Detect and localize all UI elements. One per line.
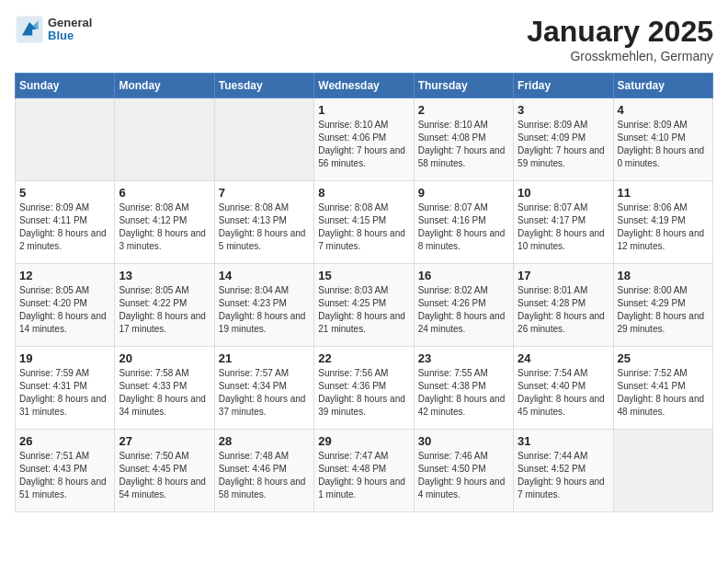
logo-blue: Blue [48,29,92,42]
day-number: 1 [318,103,409,117]
day-info: Sunrise: 8:01 AM Sunset: 4:28 PM Dayligh… [518,284,609,336]
day-info: Sunrise: 8:05 AM Sunset: 4:20 PM Dayligh… [19,284,110,336]
day-info: Sunrise: 8:09 AM Sunset: 4:09 PM Dayligh… [518,119,609,170]
calendar-cell: 30Sunrise: 7:46 AM Sunset: 4:50 PM Dayli… [414,430,513,512]
day-info: Sunrise: 8:07 AM Sunset: 4:17 PM Dayligh… [518,201,609,253]
calendar-cell [214,98,313,181]
calendar-title: January 2025 [527,15,713,49]
calendar-week-row: 12Sunrise: 8:05 AM Sunset: 4:20 PM Dayli… [16,264,713,347]
day-info: Sunrise: 8:07 AM Sunset: 4:16 PM Dayligh… [418,201,509,253]
day-number: 12 [19,269,110,282]
calendar-cell: 23Sunrise: 7:55 AM Sunset: 4:38 PM Dayli… [414,347,513,430]
day-info: Sunrise: 7:55 AM Sunset: 4:38 PM Dayligh… [418,367,509,419]
calendar-cell: 4Sunrise: 8:09 AM Sunset: 4:10 PM Daylig… [613,98,712,181]
day-number: 26 [19,434,110,448]
calendar-cell: 18Sunrise: 8:00 AM Sunset: 4:29 PM Dayli… [613,264,712,347]
day-number: 4 [618,103,709,117]
day-number: 14 [219,269,310,282]
calendar-cell [613,430,712,512]
day-number: 20 [119,351,210,365]
calendar-cell: 1Sunrise: 8:10 AM Sunset: 4:06 PM Daylig… [314,98,414,181]
page-header: General Blue January 2025 Grosskmehlen, … [15,15,713,63]
calendar-week-row: 5Sunrise: 8:09 AM Sunset: 4:11 PM Daylig… [16,181,713,264]
day-number: 16 [418,269,509,282]
calendar-cell [115,98,214,181]
calendar-cell: 27Sunrise: 7:50 AM Sunset: 4:45 PM Dayli… [115,430,214,512]
day-number: 21 [219,351,310,365]
calendar-cell: 3Sunrise: 8:09 AM Sunset: 4:09 PM Daylig… [514,98,613,181]
calendar-cell: 13Sunrise: 8:05 AM Sunset: 4:22 PM Dayli… [115,264,214,347]
day-info: Sunrise: 8:08 AM Sunset: 4:13 PM Dayligh… [219,201,310,253]
day-number: 5 [19,186,110,200]
calendar-cell: 7Sunrise: 8:08 AM Sunset: 4:13 PM Daylig… [214,181,313,264]
day-number: 2 [418,103,509,117]
calendar-cell: 28Sunrise: 7:48 AM Sunset: 4:46 PM Dayli… [214,430,313,512]
day-number: 6 [119,186,210,200]
calendar-cell: 2Sunrise: 8:10 AM Sunset: 4:08 PM Daylig… [414,98,513,181]
calendar-week-row: 1Sunrise: 8:10 AM Sunset: 4:06 PM Daylig… [16,98,713,181]
calendar-header-row: SundayMondayTuesdayWednesdayThursdayFrid… [16,74,713,98]
day-info: Sunrise: 7:59 AM Sunset: 4:31 PM Dayligh… [19,367,110,419]
day-number: 18 [618,269,709,282]
day-info: Sunrise: 8:03 AM Sunset: 4:25 PM Dayligh… [318,284,409,336]
day-number: 31 [518,434,609,448]
day-info: Sunrise: 8:10 AM Sunset: 4:06 PM Dayligh… [318,119,409,170]
logo: General Blue [15,15,92,44]
col-header-friday: Friday [514,74,613,98]
calendar-cell: 9Sunrise: 8:07 AM Sunset: 4:16 PM Daylig… [414,181,513,264]
day-number: 25 [618,351,709,365]
day-info: Sunrise: 8:09 AM Sunset: 4:10 PM Dayligh… [618,119,709,170]
calendar-subtitle: Grosskmehlen, Germany [527,49,713,63]
day-info: Sunrise: 7:54 AM Sunset: 4:40 PM Dayligh… [518,367,609,419]
calendar-cell: 31Sunrise: 7:44 AM Sunset: 4:52 PM Dayli… [514,430,613,512]
day-number: 29 [318,434,409,448]
day-number: 19 [19,351,110,365]
day-info: Sunrise: 8:08 AM Sunset: 4:15 PM Dayligh… [318,201,409,253]
calendar-table: SundayMondayTuesdayWednesdayThursdayFrid… [15,73,713,512]
day-info: Sunrise: 8:02 AM Sunset: 4:26 PM Dayligh… [418,284,509,336]
calendar-cell: 14Sunrise: 8:04 AM Sunset: 4:23 PM Dayli… [214,264,313,347]
col-header-thursday: Thursday [414,74,513,98]
day-number: 23 [418,351,509,365]
day-info: Sunrise: 8:09 AM Sunset: 4:11 PM Dayligh… [19,201,110,253]
calendar-cell: 10Sunrise: 8:07 AM Sunset: 4:17 PM Dayli… [514,181,613,264]
logo-text: General Blue [48,17,92,43]
calendar-cell: 17Sunrise: 8:01 AM Sunset: 4:28 PM Dayli… [514,264,613,347]
day-info: Sunrise: 7:56 AM Sunset: 4:36 PM Dayligh… [318,367,409,419]
day-info: Sunrise: 7:48 AM Sunset: 4:46 PM Dayligh… [219,450,310,501]
day-info: Sunrise: 7:58 AM Sunset: 4:33 PM Dayligh… [119,367,210,419]
calendar-cell: 8Sunrise: 8:08 AM Sunset: 4:15 PM Daylig… [314,181,414,264]
day-number: 13 [119,269,210,282]
day-number: 28 [219,434,310,448]
day-number: 22 [318,351,409,365]
day-number: 27 [119,434,210,448]
calendar-cell: 15Sunrise: 8:03 AM Sunset: 4:25 PM Dayli… [314,264,414,347]
calendar-cell [16,98,115,181]
day-number: 9 [418,186,509,200]
day-info: Sunrise: 8:08 AM Sunset: 4:12 PM Dayligh… [119,201,210,253]
day-number: 17 [518,269,609,282]
calendar-cell: 26Sunrise: 7:51 AM Sunset: 4:43 PM Dayli… [16,430,115,512]
day-info: Sunrise: 8:10 AM Sunset: 4:08 PM Dayligh… [418,119,509,170]
calendar-cell: 6Sunrise: 8:08 AM Sunset: 4:12 PM Daylig… [115,181,214,264]
day-info: Sunrise: 8:00 AM Sunset: 4:29 PM Dayligh… [618,284,709,336]
calendar-cell: 25Sunrise: 7:52 AM Sunset: 4:41 PM Dayli… [613,347,712,430]
calendar-cell: 20Sunrise: 7:58 AM Sunset: 4:33 PM Dayli… [115,347,214,430]
day-number: 10 [518,186,609,200]
day-info: Sunrise: 7:57 AM Sunset: 4:34 PM Dayligh… [219,367,310,419]
day-info: Sunrise: 7:52 AM Sunset: 4:41 PM Dayligh… [618,367,709,419]
col-header-wednesday: Wednesday [314,74,414,98]
col-header-monday: Monday [115,74,214,98]
calendar-cell: 16Sunrise: 8:02 AM Sunset: 4:26 PM Dayli… [414,264,513,347]
day-info: Sunrise: 7:46 AM Sunset: 4:50 PM Dayligh… [418,450,509,501]
day-info: Sunrise: 8:06 AM Sunset: 4:19 PM Dayligh… [618,201,709,253]
col-header-tuesday: Tuesday [214,74,313,98]
day-info: Sunrise: 7:51 AM Sunset: 4:43 PM Dayligh… [19,450,110,501]
day-info: Sunrise: 8:05 AM Sunset: 4:22 PM Dayligh… [119,284,210,336]
day-info: Sunrise: 7:44 AM Sunset: 4:52 PM Dayligh… [518,450,609,501]
day-info: Sunrise: 8:04 AM Sunset: 4:23 PM Dayligh… [219,284,310,336]
calendar-week-row: 26Sunrise: 7:51 AM Sunset: 4:43 PM Dayli… [16,430,713,512]
day-info: Sunrise: 7:50 AM Sunset: 4:45 PM Dayligh… [119,450,210,501]
calendar-cell: 5Sunrise: 8:09 AM Sunset: 4:11 PM Daylig… [16,181,115,264]
calendar-cell: 29Sunrise: 7:47 AM Sunset: 4:48 PM Dayli… [314,430,414,512]
